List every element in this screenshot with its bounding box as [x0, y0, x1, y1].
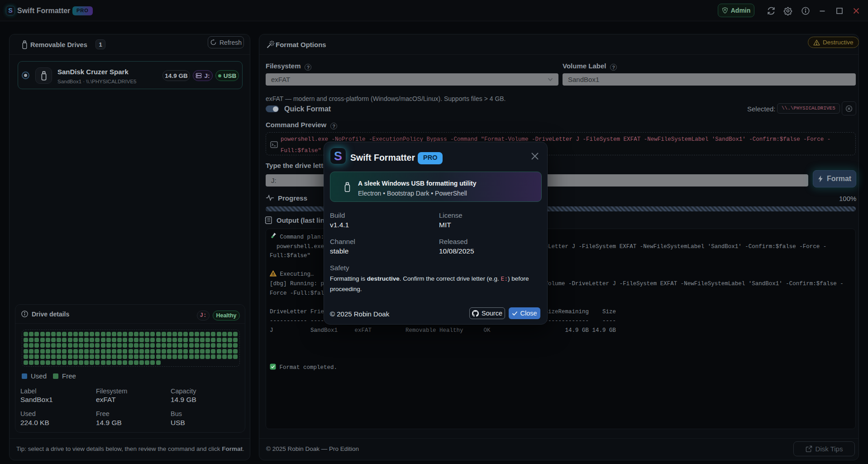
svg-text:S: S: [8, 7, 13, 14]
svg-text:S: S: [334, 149, 342, 163]
